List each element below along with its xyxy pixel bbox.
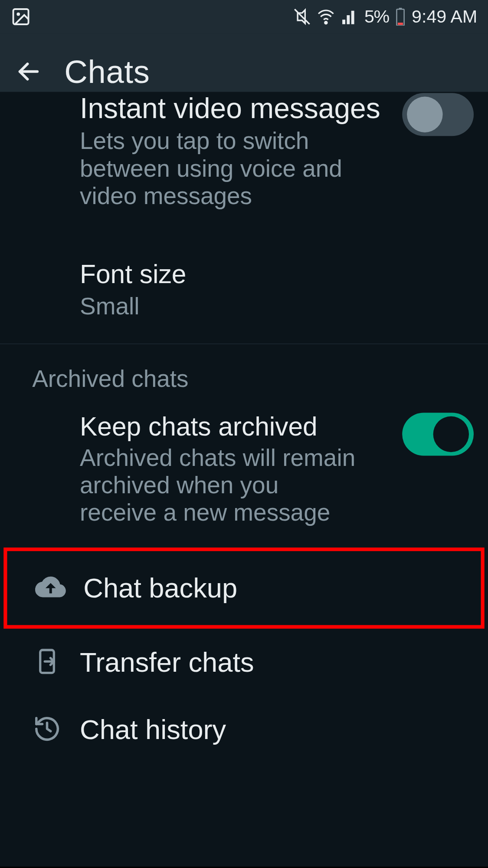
- setting-chat-history[interactable]: Chat history: [0, 696, 488, 763]
- page-title: Chats: [64, 53, 150, 90]
- status-time: 9:49 AM: [412, 7, 477, 27]
- svg-point-2: [324, 22, 327, 24]
- vibrate-mute-icon: [293, 8, 311, 26]
- status-bar: 5% 9:49 AM: [0, 0, 488, 33]
- setting-font-size[interactable]: Font size Small: [0, 249, 488, 330]
- setting-title: Font size: [80, 260, 469, 290]
- svg-point-1: [16, 13, 20, 16]
- instant-video-toggle[interactable]: [402, 93, 474, 136]
- wifi-icon: [317, 8, 334, 26]
- chats-settings-screen: 5% 9:49 AM Chats Instant video messag: [0, 0, 488, 867]
- battery-percent-text: 5%: [364, 7, 389, 27]
- setting-instant-video-messages[interactable]: Instant video messages Lets you tap to s…: [0, 92, 488, 221]
- setting-title: Keep chats archived: [80, 411, 393, 441]
- back-button[interactable]: [14, 57, 43, 86]
- setting-subtitle: Archived chats will remain archived when…: [80, 444, 360, 526]
- setting-keep-chats-archived[interactable]: Keep chats archived Archived chats will …: [0, 395, 488, 537]
- svg-rect-5: [398, 23, 403, 25]
- highlight-chat-backup: Chat backup: [3, 548, 484, 629]
- cloud-upload-icon: [35, 571, 66, 605]
- cellular-signal-icon: [341, 8, 358, 26]
- setting-title: Chat history: [80, 714, 469, 746]
- arrow-left-icon: [16, 59, 42, 85]
- history-icon: [33, 714, 62, 745]
- setting-value: Small: [80, 292, 360, 320]
- setting-subtitle: Lets you tap to switch between using voi…: [80, 127, 360, 210]
- phone-arrow-icon: [33, 647, 61, 677]
- screenshot-notification-icon: [11, 7, 31, 27]
- setting-title: Instant video messages: [80, 92, 393, 125]
- setting-transfer-chats[interactable]: Transfer chats: [0, 629, 488, 696]
- battery-icon: [395, 8, 406, 26]
- setting-title: Transfer chats: [80, 647, 469, 678]
- keep-archived-toggle[interactable]: [402, 413, 474, 455]
- setting-title: Chat backup: [83, 573, 465, 604]
- setting-chat-backup[interactable]: Chat backup: [18, 571, 470, 605]
- section-header-archived: Archived chats: [0, 344, 488, 395]
